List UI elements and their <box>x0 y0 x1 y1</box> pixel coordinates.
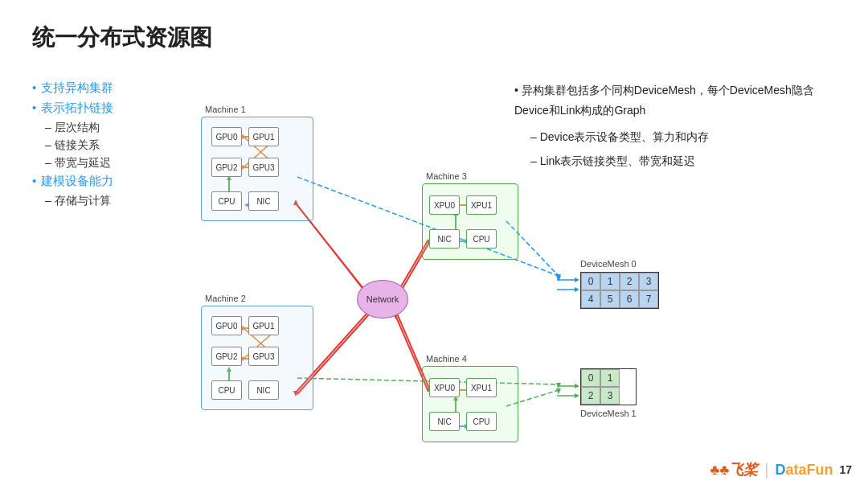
dm0-cell-5: 5 <box>600 290 620 308</box>
nic-m4: NIC <box>429 412 460 431</box>
cpu-m3: CPU <box>466 229 497 249</box>
svg-marker-75 <box>556 276 561 281</box>
svg-marker-77 <box>556 274 561 280</box>
cpu-m2: CPU <box>211 380 242 400</box>
diagram-area: Machine 1 GPU0 GPU1 GPU2 GPU3 CPU NIC Ma… <box>185 72 715 475</box>
gpu0-m2: GPU0 <box>211 316 242 335</box>
gpu3-m1: GPU3 <box>248 158 279 177</box>
dm0-cell-3: 3 <box>639 273 658 290</box>
page-title: 统一分布式资源图 <box>32 23 212 53</box>
svg-marker-83 <box>575 277 579 282</box>
devicemesh1-container: 0 1 2 3 DeviceMesh 1 <box>580 368 637 421</box>
gpu0-m1: GPU0 <box>211 127 242 146</box>
dm1-cell-3: 3 <box>600 387 620 405</box>
machine3-label: Machine 3 <box>426 171 467 181</box>
machine1-box: Machine 1 GPU0 GPU1 GPU2 GPU3 CPU NIC <box>201 117 313 221</box>
xpu0-m4: XPU0 <box>429 378 460 397</box>
dm0-cell-7: 7 <box>639 290 658 308</box>
svg-marker-89 <box>575 393 579 398</box>
sub-item-2: 链接关系 <box>45 138 177 153</box>
svg-marker-79 <box>556 388 561 394</box>
bullet-item-1: 支持异构集群 <box>32 80 177 96</box>
dm1-cell-0: 0 <box>581 369 600 387</box>
footer: ♣♣飞桨 | DataFun 17 <box>710 460 852 479</box>
nic-m3: NIC <box>429 229 460 249</box>
machine3-box: Machine 3 XPU0 XPU1 NIC CPU <box>422 183 518 260</box>
dm1-cell-1: 1 <box>600 369 620 387</box>
network-node: Network <box>357 280 408 318</box>
sub-item-3: 带宽与延迟 <box>45 156 177 171</box>
gpu1-m2: GPU1 <box>248 316 279 335</box>
bullet-item-3: 建模设备能力 <box>32 174 177 189</box>
xpu1-m3: XPU1 <box>466 195 497 215</box>
devicemesh0-label: DeviceMesh 0 <box>580 259 659 269</box>
devicemesh1-label: DeviceMesh 1 <box>580 409 637 418</box>
machine2-box: Machine 2 GPU0 GPU1 GPU2 GPU3 CPU NIC <box>201 306 313 410</box>
bullet-list: 支持异构集群 表示拓扑链接 层次结构 链接关系 带宽与延迟 建模设备能力 存储与… <box>32 80 177 212</box>
sub-item-4: 存储与计算 <box>45 194 177 208</box>
devicemesh0-container: DeviceMesh 0 0 1 2 3 4 5 6 7 <box>580 259 659 309</box>
devicemesh1-grid: 0 1 2 3 <box>580 368 637 405</box>
xpu1-m4: XPU1 <box>466 378 497 397</box>
sub-item-1: 层次结构 <box>45 121 177 135</box>
machine4-box: Machine 4 XPU0 XPU1 NIC CPU <box>422 366 518 442</box>
machine2-label: Machine 2 <box>205 294 246 303</box>
dm0-cell-2: 2 <box>620 273 639 290</box>
page-number: 17 <box>839 463 852 476</box>
dm0-cell-0: 0 <box>581 273 600 290</box>
nic-m2: NIC <box>248 380 279 400</box>
machine1-label: Machine 1 <box>205 105 246 114</box>
footer-datafun: DataFun <box>775 462 833 479</box>
dm0-cell-6: 6 <box>620 290 639 308</box>
gpu2-m1: GPU2 <box>211 158 242 177</box>
dm0-cell-1: 1 <box>600 273 620 290</box>
devicemesh0-grid: 0 1 2 3 4 5 6 7 <box>580 272 659 309</box>
cpu-m1: CPU <box>211 191 242 211</box>
dm0-cell-4: 4 <box>581 290 600 308</box>
dm1-cell-2: 2 <box>581 387 600 405</box>
svg-marker-87 <box>575 384 579 388</box>
gpu3-m2: GPU3 <box>248 347 279 366</box>
xpu0-m3: XPU0 <box>429 195 460 215</box>
gpu1-m1: GPU1 <box>248 127 279 146</box>
footer-logo: ♣♣飞桨 <box>710 460 759 479</box>
bullet-item-2: 表示拓扑链接 <box>32 101 177 116</box>
nic-m1: NIC <box>248 191 279 211</box>
svg-marker-85 <box>575 287 579 292</box>
gpu2-m2: GPU2 <box>211 347 242 366</box>
cpu-m4: CPU <box>466 412 497 431</box>
machine4-label: Machine 4 <box>426 354 467 364</box>
svg-marker-81 <box>556 383 561 388</box>
